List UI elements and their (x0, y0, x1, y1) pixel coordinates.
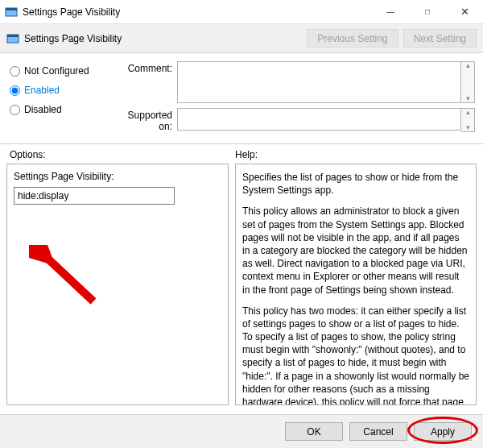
cancel-button[interactable]: Cancel (349, 422, 407, 441)
supported-scrollbar[interactable]: ▴▾ (461, 108, 475, 132)
header-strip: Settings Page Visibility Previous Settin… (0, 24, 483, 53)
radio-not-configured-input[interactable] (10, 66, 20, 77)
supported-value (177, 108, 461, 131)
help-p2: This policy allows an administrator to b… (242, 205, 469, 296)
window-title: Settings Page Visibility (23, 6, 372, 18)
panels: Settings Page Visibility: Specifies the … (0, 164, 483, 405)
policy-icon (6, 32, 19, 45)
options-panel: Settings Page Visibility: (6, 164, 229, 405)
policy-icon (5, 6, 18, 19)
policy-state-area: Not Configured Enabled Disabled Comment:… (0, 53, 483, 144)
options-heading: Options: (10, 149, 235, 160)
comment-input[interactable] (177, 61, 461, 103)
supported-row: Supported on: ▴▾ (113, 108, 475, 132)
apply-button[interactable]: Apply (414, 422, 472, 441)
help-p1: Specifies the list of pages to show or h… (242, 171, 469, 197)
maximize-button[interactable]: □ (409, 0, 446, 23)
close-button[interactable]: ✕ (446, 0, 483, 23)
minimize-button[interactable]: — (372, 0, 409, 23)
comment-scrollbar[interactable]: ▴▾ (461, 61, 475, 103)
policy-title: Settings Page Visibility (24, 33, 302, 44)
section-labels: Options: Help: (0, 144, 483, 164)
svg-rect-1 (6, 8, 17, 10)
radio-not-configured-label: Not Configured (24, 65, 89, 77)
radio-disabled[interactable]: Disabled (10, 102, 113, 118)
radio-disabled-label: Disabled (24, 104, 62, 115)
title-bar: Settings Page Visibility — □ ✕ (0, 0, 483, 24)
help-p3: This policy has two modes: it can either… (242, 305, 469, 405)
next-setting-button[interactable]: Next Setting (403, 29, 477, 48)
help-panel[interactable]: Specifies the list of pages to show or h… (235, 164, 477, 405)
comment-row: Comment: ▴▾ (113, 61, 475, 103)
dialog-footer: OK Cancel Apply (0, 414, 483, 448)
svg-rect-3 (7, 35, 19, 37)
radio-not-configured[interactable]: Not Configured (10, 63, 113, 79)
radio-disabled-input[interactable] (10, 105, 20, 115)
supported-label: Supported on: (113, 108, 177, 132)
radio-enabled-label: Enabled (24, 85, 60, 96)
comment-label: Comment: (113, 61, 177, 103)
state-radios: Not Configured Enabled Disabled (10, 61, 113, 137)
visibility-input[interactable] (14, 187, 175, 205)
help-heading: Help: (235, 149, 475, 160)
radio-enabled-input[interactable] (10, 85, 20, 96)
prev-setting-button[interactable]: Previous Setting (307, 29, 398, 48)
ok-button[interactable]: OK (285, 422, 343, 441)
options-field-label: Settings Page Visibility: (14, 171, 221, 182)
radio-enabled[interactable]: Enabled (10, 82, 113, 98)
